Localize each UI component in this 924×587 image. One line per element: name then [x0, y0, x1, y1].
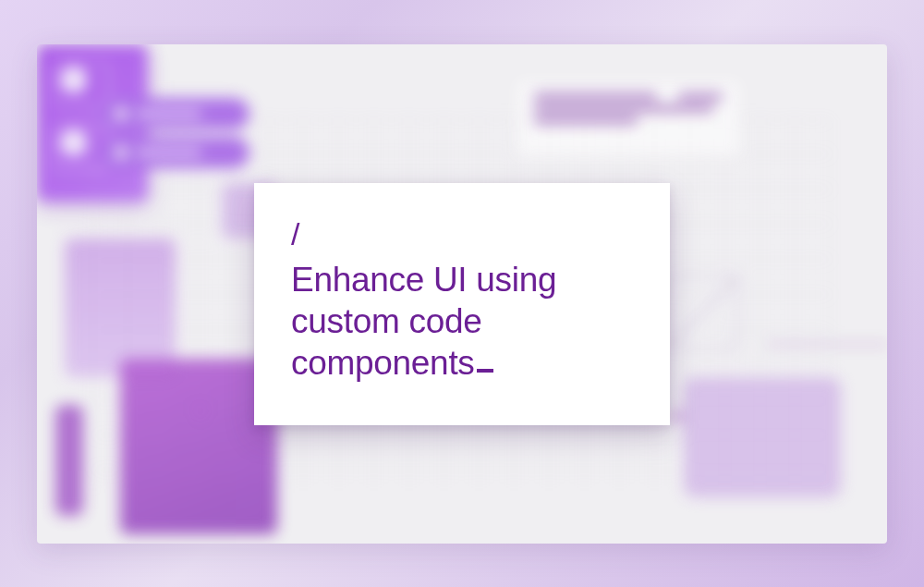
promo-slide: / Enhance UI using custom code component…	[37, 44, 887, 544]
target-dot-icon	[194, 405, 207, 418]
dot-icon	[674, 412, 682, 421]
list-item-pill	[102, 98, 249, 129]
title-card: / Enhance UI using custom code component…	[254, 183, 670, 425]
slide-title: Enhance UI using custom code components	[291, 259, 633, 384]
decor-rect	[684, 377, 841, 497]
slash-prefix: /	[291, 218, 633, 250]
title-line-3: components	[291, 344, 475, 382]
list-item-pill	[102, 137, 249, 168]
text-lines-icon	[517, 81, 739, 155]
cursor-icon	[477, 369, 493, 373]
title-line-2: custom code	[291, 302, 481, 340]
decor-rect	[65, 238, 176, 377]
underline-accent	[767, 340, 887, 346]
decor-rect	[55, 405, 83, 516]
title-line-1: Enhance UI using	[291, 261, 556, 299]
wireframe-box-icon	[665, 275, 739, 349]
